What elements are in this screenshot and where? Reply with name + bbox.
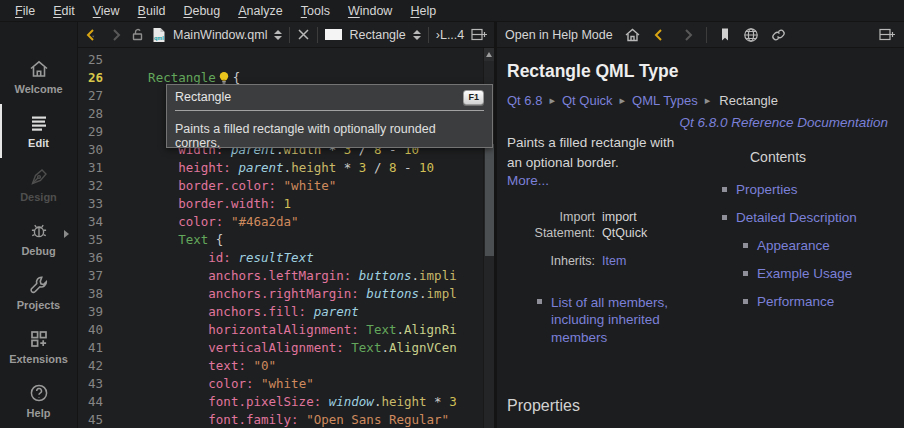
contents-item-appearance[interactable]: Appearance [743, 238, 892, 253]
scrollbar-thumb[interactable] [485, 144, 494, 256]
contents-item-performance[interactable]: Performance [743, 294, 892, 309]
menu-help[interactable]: Help [401, 2, 445, 20]
toolbar-row: qml MainWindow.qml Rectangle ›L...4 [78, 22, 904, 48]
toolbar-separator [317, 27, 318, 43]
menu-view[interactable]: View [84, 2, 129, 20]
bullet-square-icon [722, 187, 727, 192]
code-line-35[interactable]: 35 Text { [78, 231, 494, 249]
menu-window[interactable]: Window [339, 2, 401, 20]
contents-item-label: Performance [757, 294, 834, 309]
contents-item-detailed-description[interactable]: Detailed Description [722, 210, 892, 225]
page-title: Rectangle QML Type [507, 61, 892, 82]
edit-lines-icon [28, 110, 50, 136]
bullet-square-icon [722, 215, 727, 220]
code-editor[interactable]: 2526 Rectangle{27282930 width: parent.wi… [78, 48, 497, 428]
combo-updown-icon[interactable] [413, 30, 421, 40]
sidebar-item-projects[interactable]: Projects [0, 272, 77, 318]
sidebar-item-welcome[interactable]: Welcome [0, 56, 77, 102]
meta-label: Inherits: [507, 253, 595, 269]
line-number: 29 [78, 123, 118, 141]
breadcrumb-qml-types[interactable]: QML Types [632, 93, 698, 108]
line-number: 35 [78, 231, 118, 249]
rectangle-swatch-icon [325, 29, 342, 40]
code-line-45[interactable]: 45 font.family: "Open Sans Regular" [78, 411, 494, 428]
menu-analyze[interactable]: Analyze [229, 2, 291, 20]
code-line-32[interactable]: 32 border.color: "white" [78, 177, 494, 195]
code-line-31[interactable]: 31 height: parent.height * 3 / 8 - 10 [78, 159, 494, 177]
toolbar-separator [428, 27, 429, 43]
line-number: 38 [78, 285, 118, 303]
menu-build[interactable]: Build [129, 2, 175, 20]
contents-heading: Contents [750, 149, 892, 165]
menu-debug[interactable]: Debug [174, 2, 229, 20]
editor-toolbar: qml MainWindow.qml Rectangle ›L...4 [78, 22, 497, 47]
close-icon[interactable] [297, 28, 310, 41]
breadcrumb-qt-6-8[interactable]: Qt 6.8 [507, 93, 542, 108]
properties-section-heading: Properties [507, 397, 580, 415]
code-line-44[interactable]: 44 font.pixelSize: window.height * 3 [78, 393, 494, 411]
sidebar-item-edit[interactable]: Edit [0, 110, 77, 156]
scrollbar-up-arrow-icon[interactable] [484, 48, 494, 61]
menu-edit[interactable]: Edit [44, 2, 84, 20]
meta-table: Import Statement:import QtQuickInherits:… [507, 209, 702, 269]
type-summary: Paints a filled rectangle with an option… [507, 133, 679, 172]
code-line-40[interactable]: 40 horizontalAlignment: Text.AlignRi [78, 321, 494, 339]
line-number: 34 [78, 213, 118, 231]
line-number: 45 [78, 411, 118, 428]
contents-list: PropertiesDetailed DescriptionAppearance… [704, 182, 892, 309]
sidebar-item-label: Extensions [9, 353, 68, 365]
code-line-25[interactable]: 25 [78, 51, 494, 69]
line-number: 41 [78, 339, 118, 357]
sidebar-item-debug[interactable]: Debug [0, 218, 77, 264]
list-of-members-link[interactable]: List of all members, including inherited… [537, 294, 689, 347]
combo-updown-icon[interactable] [274, 30, 282, 40]
code-line-43[interactable]: 43 color: "white" [78, 375, 494, 393]
sidebar-item-design[interactable]: Design [0, 164, 77, 210]
forward-icon[interactable] [679, 27, 695, 43]
open-in-help-mode-button[interactable]: Open in Help Mode [505, 28, 613, 42]
code-line-34[interactable]: 34 color: "#46a2da" [78, 213, 494, 231]
code-line-41[interactable]: 41 verticalAlignment: Text.AlignVCen [78, 339, 494, 357]
sidebar-item-label: Debug [21, 245, 55, 257]
design-nib-icon [28, 164, 50, 190]
globe-icon[interactable] [743, 27, 759, 43]
open-document-selector[interactable]: MainWindow.qml [173, 28, 267, 42]
contents-item-properties[interactable]: Properties [722, 182, 892, 197]
breadcrumb-qt-quick[interactable]: Qt Quick [562, 93, 613, 108]
cursor-position-widget[interactable]: ›L...4 [436, 28, 465, 42]
code-line-33[interactable]: 33 border.width: 1 [78, 195, 494, 213]
contents-item-example-usage[interactable]: Example Usage [743, 266, 892, 281]
breadcrumb-rectangle: Rectangle [719, 93, 778, 108]
code-line-36[interactable]: 36 id: resultText [78, 249, 494, 267]
bullet-square-icon [743, 243, 748, 248]
toolbar-separator [706, 27, 707, 43]
code-line-42[interactable]: 42 text: "0" [78, 357, 494, 375]
sidebar-item-help[interactable]: Help [0, 380, 77, 426]
more-link[interactable]: More... [507, 173, 702, 188]
code-line-38[interactable]: 38 anchors.rightMargin: buttons.impl [78, 285, 494, 303]
link-icon[interactable] [770, 27, 787, 43]
home-icon[interactable] [624, 27, 641, 43]
meta-row: Inherits:Item [507, 253, 702, 269]
line-number: 43 [78, 375, 118, 393]
symbol-selector[interactable]: Rectangle [349, 28, 405, 42]
menu-file[interactable]: File [6, 2, 44, 20]
back-icon[interactable] [84, 27, 100, 43]
back-icon[interactable] [652, 27, 668, 43]
bookmark-icon[interactable] [718, 27, 732, 42]
meta-value[interactable]: Item [602, 253, 664, 269]
tooltip-description: Paints a filled rectangle with optionall… [175, 122, 484, 150]
split-editor-icon[interactable] [471, 27, 488, 42]
sidebar-item-label: Welcome [14, 83, 62, 95]
line-number: 40 [78, 321, 118, 339]
sidebar-item-extensions[interactable]: Extensions [0, 326, 77, 372]
code-line-37[interactable]: 37 anchors.leftMargin: buttons.impli [78, 267, 494, 285]
code-line-39[interactable]: 39 anchors.fill: parent [78, 303, 494, 321]
unlock-icon[interactable] [130, 27, 145, 42]
split-editor-icon[interactable] [879, 27, 896, 42]
mode-sidebar: WelcomeEditDesignDebugProjectsExtensions… [0, 22, 78, 428]
line-number: 32 [78, 177, 118, 195]
forward-icon[interactable] [107, 27, 123, 43]
menu-tools[interactable]: Tools [292, 2, 339, 20]
menu-bar: FileEditViewBuildDebugAnalyzeToolsWindow… [0, 0, 904, 22]
